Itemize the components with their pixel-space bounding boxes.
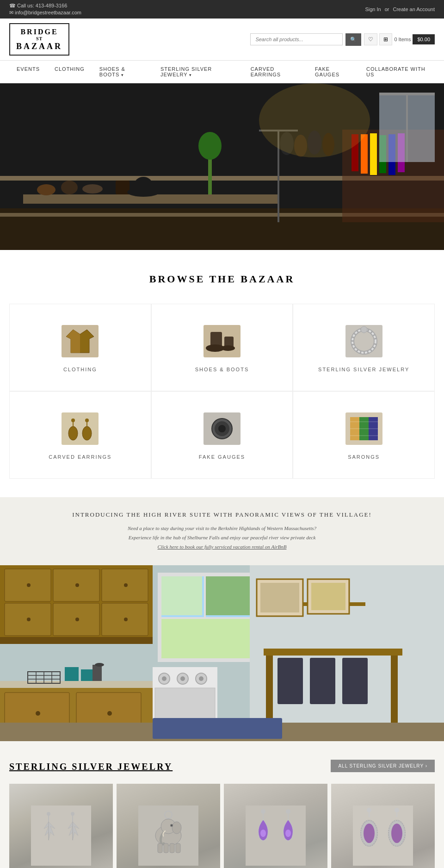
svg-point-18 [37, 184, 56, 195]
svg-point-19 [61, 181, 78, 194]
svg-rect-93 [161, 576, 202, 615]
product-2-image [138, 806, 198, 866]
svg-point-74 [124, 618, 128, 621]
email-info: ✉ info@bridgestreetbazaar.com [9, 10, 81, 16]
product-item[interactable] [9, 784, 113, 868]
svg-point-140 [171, 825, 172, 826]
svg-point-25 [198, 132, 222, 160]
vacation-section: INTRODUCING THE HIGH RIVER SUITE WITH PA… [0, 497, 444, 565]
search-input[interactable] [250, 33, 343, 45]
phone-info: ☎ Call us: 413-489-3166 [9, 3, 81, 9]
svg-rect-108 [310, 658, 335, 704]
browse-item-earrings[interactable]: CARVED EARRINGS [9, 391, 151, 479]
svg-rect-75 [0, 637, 153, 644]
nav-shoes[interactable]: SHOES & BOOTS [92, 61, 153, 83]
svg-rect-136 [164, 843, 168, 853]
nav-earrings[interactable]: CARVED EARRINGS [243, 61, 308, 83]
svg-point-88 [199, 676, 204, 681]
logo-bridge: BRIDGE [16, 27, 62, 36]
browse-item-sarongs[interactable]: SARONGS [293, 391, 435, 479]
email-icon: ✉ [9, 10, 13, 15]
gauges-image [199, 410, 245, 447]
svg-rect-76 [0, 681, 157, 688]
header: BRIDGE ST BAZAAR 🔍 ♡ ⊞ 0 Items $0.00 [0, 19, 444, 61]
svg-point-26 [259, 83, 370, 157]
svg-rect-29 [406, 93, 408, 162]
browse-item-shoes[interactable]: SHOES & BOOTS [151, 304, 293, 391]
browse-item-silver[interactable]: STERLING SILVER JEWELRY [293, 304, 435, 391]
browse-section: BROWSE THE BAZAAR CLOTHING [0, 250, 444, 497]
earrings-label: CARVED EARRINGS [49, 454, 111, 460]
clothing-icon [59, 323, 101, 360]
gauges-icon [201, 410, 243, 447]
svg-rect-141 [246, 806, 306, 866]
product-1-image [31, 806, 91, 866]
sterling-header: STERLING SILVER JEWELRY All Sterling Sil… [9, 760, 435, 772]
signin-link[interactable]: Sign In [365, 6, 381, 12]
top-bar-contact: ☎ Call us: 413-489-3166 ✉ info@bridgestr… [9, 3, 81, 16]
svg-rect-101 [260, 583, 299, 612]
svg-point-81 [107, 711, 112, 716]
hero-image [0, 83, 444, 250]
product-item[interactable] [117, 784, 220, 868]
silver-label: STERLING SILVER JEWELRY [318, 367, 409, 372]
gauges-label: FAKE GAUGES [199, 454, 245, 460]
clothing-image [57, 323, 103, 360]
nav-silver[interactable]: STERLING SILVER JEWELRY [153, 61, 243, 83]
svg-point-20 [82, 184, 103, 194]
svg-rect-92 [160, 617, 252, 619]
top-bar: ☎ Call us: 413-489-3166 ✉ info@bridgestr… [0, 0, 444, 19]
sarongs-label: SARONGS [348, 454, 380, 460]
earrings-image [57, 410, 103, 447]
svg-point-127 [71, 812, 74, 816]
all-silver-button[interactable]: All Sterling Silver Jewelry › [331, 760, 435, 772]
search-button[interactable]: 🔍 [345, 33, 361, 46]
svg-rect-13 [370, 133, 377, 175]
svg-point-146 [286, 809, 290, 814]
vacation-text: Need a place to stay during your visit t… [9, 524, 435, 551]
logo[interactable]: BRIDGE ST BAZAAR [9, 23, 69, 56]
earrings-icon [59, 410, 101, 447]
svg-point-23 [134, 177, 153, 194]
search-area: 🔍 ♡ ⊞ 0 Items $0.00 [250, 33, 435, 46]
cart-price: $0.00 [413, 34, 435, 44]
svg-point-147 [285, 830, 291, 837]
svg-point-46 [85, 418, 89, 422]
svg-point-41 [361, 326, 367, 333]
browse-grid: CLOTHING SHOES & BOOTS [9, 304, 435, 479]
svg-rect-104 [264, 649, 402, 656]
vacation-airbnb-link[interactable]: Click here to book our fully serviced va… [158, 544, 287, 550]
compare-button[interactable]: ⊞ [379, 33, 392, 45]
shoes-icon [201, 323, 243, 360]
vacation-title: INTRODUCING THE HIGH RIVER SUITE WITH PA… [9, 511, 435, 518]
svg-rect-109 [342, 658, 368, 704]
nav-clothing[interactable]: CLOTHING [47, 61, 92, 83]
create-account-link[interactable]: Create an Account [393, 6, 435, 12]
email-link[interactable]: info@bridgestreetbazaar.com [15, 10, 81, 15]
vacation-line2: Experience life in the hub of Shelburne … [129, 535, 316, 540]
logo-text: BRIDGE ST BAZAAR [16, 27, 62, 52]
nav-collaborate[interactable]: COLLABORATE WITH US [359, 61, 435, 83]
product-item[interactable] [331, 784, 435, 868]
svg-rect-112 [65, 667, 79, 681]
svg-rect-135 [158, 843, 162, 853]
logo-st: ST [16, 36, 62, 42]
browse-item-clothing[interactable]: CLOTHING [9, 304, 151, 391]
svg-point-155 [395, 808, 399, 812]
svg-point-157 [391, 824, 402, 843]
phone-link[interactable]: 413-489-3166 [36, 3, 68, 8]
nav-events[interactable]: EVENTS [9, 61, 47, 83]
svg-point-66 [27, 583, 31, 587]
svg-rect-137 [170, 843, 174, 853]
browse-item-gauges[interactable]: FAKE GAUGES [151, 391, 293, 479]
product-3-image [246, 806, 306, 866]
svg-point-86 [180, 676, 185, 681]
or-label: or [385, 6, 389, 12]
main-nav: EVENTS CLOTHING SHOES & BOOTS STERLING S… [0, 61, 444, 83]
wishlist-button[interactable]: ♡ [364, 33, 377, 45]
vacation-line1: Need a place to stay during your visit t… [128, 525, 316, 531]
product-item[interactable] [224, 784, 327, 868]
cart-icons: ♡ ⊞ 0 Items $0.00 [364, 33, 435, 45]
nav-gauges[interactable]: FAKE GAUGES [308, 61, 359, 83]
svg-rect-114 [92, 665, 102, 681]
